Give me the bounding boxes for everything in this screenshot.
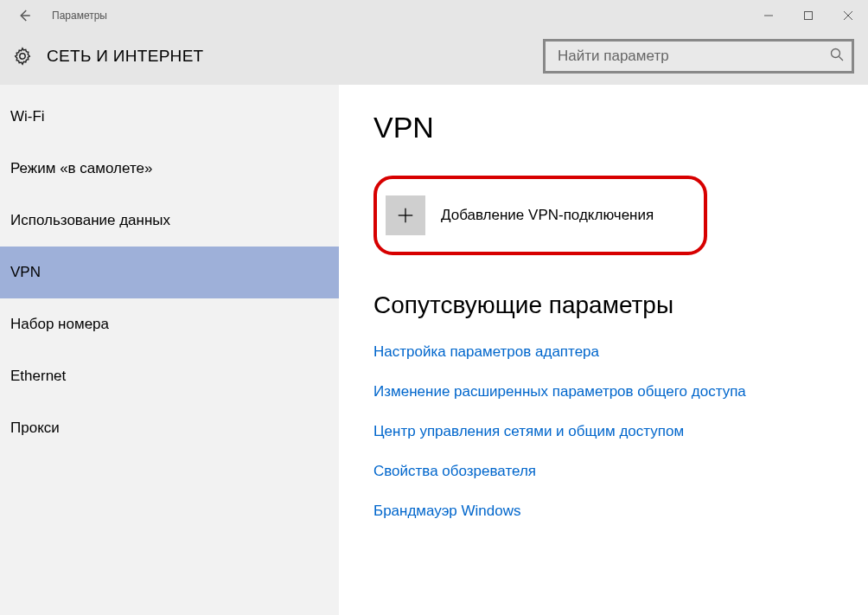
- sidebar-item-label: Режим «в самолете»: [10, 160, 152, 177]
- sidebar-item-label: Использование данных: [10, 212, 170, 229]
- minimize-button[interactable]: [749, 0, 788, 31]
- sidebar-item-airplane-mode[interactable]: Режим «в самолете»: [0, 143, 339, 195]
- sidebar-item-proxy[interactable]: Прокси: [0, 402, 339, 454]
- maximize-icon: [803, 10, 814, 21]
- add-vpn-label: Добавление VPN-подключения: [441, 207, 654, 224]
- sidebar-item-label: Прокси: [10, 420, 60, 437]
- link-internet-options[interactable]: Свойства обозревателя: [373, 463, 536, 480]
- minimize-icon: [763, 10, 774, 21]
- link-advanced-sharing[interactable]: Изменение расширенных параметров общего …: [373, 383, 746, 400]
- add-vpn-button[interactable]: Добавление VPN-подключения: [386, 195, 654, 235]
- title-bar: Параметры: [0, 0, 868, 31]
- related-links-list: Настройка параметров адаптера Изменение …: [373, 343, 833, 520]
- plus-icon: [396, 206, 415, 225]
- sidebar-item-label: Набор номера: [10, 316, 109, 333]
- gear-icon: [13, 47, 32, 66]
- plus-box: [386, 195, 425, 235]
- window-title: Параметры: [52, 10, 107, 22]
- sidebar-item-label: VPN: [10, 264, 41, 281]
- search-input[interactable]: [543, 39, 854, 74]
- close-icon: [843, 10, 853, 21]
- svg-rect-1: [805, 12, 813, 20]
- sidebar-item-vpn[interactable]: VPN: [0, 247, 339, 298]
- body-area: Wi-Fi Режим «в самолете» Использование д…: [0, 85, 868, 615]
- link-firewall[interactable]: Брандмауэр Windows: [373, 503, 520, 520]
- sidebar-item-label: Wi-Fi: [10, 108, 45, 125]
- sidebar-item-data-usage[interactable]: Использование данных: [0, 195, 339, 247]
- page-title: VPN: [373, 111, 833, 144]
- close-button[interactable]: [828, 0, 868, 31]
- back-button[interactable]: [7, 0, 41, 31]
- settings-gear: [10, 44, 35, 68]
- arrow-left-icon: [16, 8, 32, 23]
- main-panel: VPN Добавление VPN-подключения Сопутсвую…: [339, 85, 868, 615]
- search-wrap: [543, 39, 854, 74]
- link-adapter-settings[interactable]: Настройка параметров адаптера: [373, 343, 599, 361]
- sidebar-item-wifi[interactable]: Wi-Fi: [0, 91, 339, 143]
- related-settings-heading: Сопутсвующие параметры: [373, 291, 833, 319]
- link-network-center[interactable]: Центр управления сетями и общим доступом: [373, 423, 684, 440]
- sidebar-item-label: Ethernet: [10, 368, 66, 385]
- maximize-button[interactable]: [788, 0, 828, 31]
- sidebar-item-dialup[interactable]: Набор номера: [0, 298, 339, 350]
- section-title: СЕТЬ И ИНТЕРНЕТ: [47, 47, 204, 66]
- window-controls: [749, 0, 868, 31]
- sidebar: Wi-Fi Режим «в самолете» Использование д…: [0, 85, 339, 615]
- sidebar-item-ethernet[interactable]: Ethernet: [0, 350, 339, 402]
- page-header: СЕТЬ И ИНТЕРНЕТ: [0, 31, 868, 85]
- add-vpn-highlight: Добавление VPN-подключения: [373, 176, 707, 255]
